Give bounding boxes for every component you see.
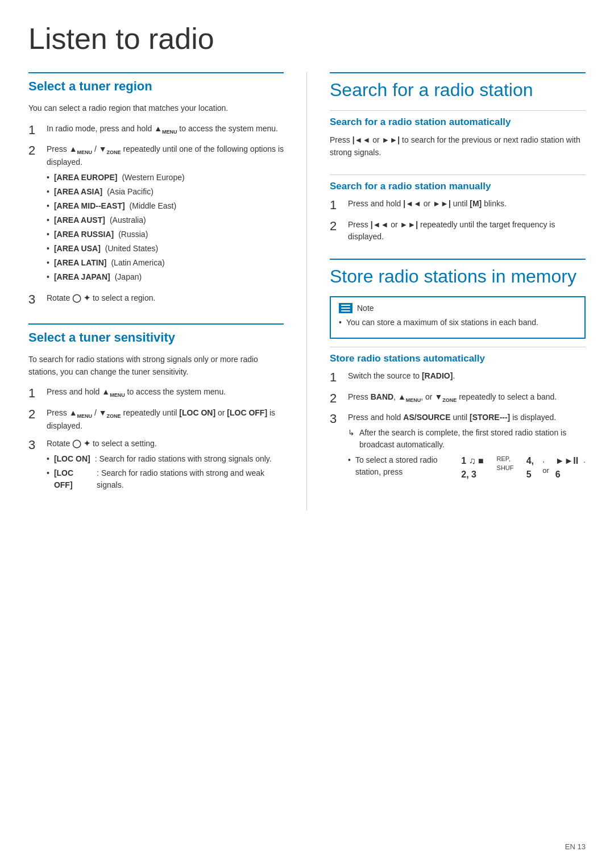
area-russia: [AREA RUSSIA] (Russia) [47,229,284,240]
tuner-sensitivity-heading: Select a tuner sensitivity [28,323,284,345]
auto-step-3-content: Press and hold AS/SOURCE until [STORE---… [348,412,586,485]
page-wrapper: Listen to radio Select a tuner region Yo… [28,23,586,510]
chapter-title: Listen to radio [28,23,586,55]
sens-num-3: 3 [28,438,41,452]
m-blink: [M] [470,199,482,208]
auto-store-steps: 1 Switch the source to [RADIO]. 2 Press … [330,370,586,485]
note-line-2 [341,308,350,309]
area-options-list: [AREA EUROPE] (Western Europe) [AREA ASI… [47,172,284,283]
search-auto-subsection: Search for a radio station automatically… [330,110,586,159]
search-auto-subheading: Search for a radio station automatically [330,110,586,128]
step-num-1: 1 [28,123,41,138]
loc-on-item: [LOC ON]: Search for radio stations with… [47,453,284,465]
sens-menu-sym: ▲MENU [102,387,125,396]
store-stations-heading: Store radio stations in memory [330,259,586,287]
or-label: , or [542,454,550,476]
manual-step-1: 1 Press and hold |◄◄ or ►►| until [M] bl… [330,198,586,213]
auto-num-2: 2 [330,391,342,406]
auto-store-subsection: Store radio stations automatically 1 Swi… [330,347,586,485]
left-column: Select a tuner region You can select a r… [28,72,307,510]
area-mid-east: [AREA MID--EAST] (Middle East) [47,200,284,212]
select-tuner-sensitivity-section: Select a tuner sensitivity To search for… [28,323,284,495]
menu-sym2: ▲MENU [69,144,92,153]
auto-zone-sym: ▼ZONE [434,392,457,401]
manual-prev2: |◄◄ [371,220,389,229]
sens-rotate-sym: ◯ ✦ [72,439,90,448]
note-line-3 [341,310,350,312]
manual-step-2: 2 Press |◄◄ or ►►| repeatedly until the … [330,219,586,243]
note-label: Note [357,304,374,313]
footer-text: EN 13 [565,842,586,851]
manual-next2: ►►| [400,220,418,229]
step-1: 1 In radio mode, press and hold ▲MENU to… [28,123,284,138]
note-content: You can store a maximum of six stations … [339,317,576,329]
search-auto-text: Press |◄◄ or ►►| to search for the previ… [330,134,586,159]
button-sequence: 1 ♫ ■ 2, 3 [461,454,492,481]
auto-step-2-content: Press BAND, ▲MENU, or ▼ZONE repeatedly t… [348,391,586,404]
prev-sym: |◄◄ [352,135,371,144]
sens-zone-sym: ▼ZONE [99,408,121,417]
auto-num-3: 3 [330,412,342,426]
sens-step-3: 3 Rotate ◯ ✦ to select a setting. [LOC O… [28,438,284,495]
store-bullet-item: To select a stored radio station, press … [348,454,586,481]
area-usa: [AREA USA] (United States) [47,243,284,255]
right-column: Search for a radio station Search for a … [307,72,586,510]
area-japan: [AREA JAPAN] (Japan) [47,271,284,283]
loc-off: [LOC OFF] [227,408,267,417]
note-box: Note You can store a maximum of six stat… [330,296,586,339]
area-latin: [AREA LATIN] (Latin America) [47,257,284,269]
button-last: ►►II 6 [555,454,579,481]
rotate-symbol: ◯ ✦ [72,293,90,302]
sens-step-1: 1 Press and hold ▲MENU to access the sys… [28,386,284,401]
loc-on: [LOC ON] [179,408,215,417]
menu-symbol: ▲MENU [154,124,177,133]
radio-label: [RADIO] [422,371,453,380]
auto-store-step-1: 1 Switch the source to [RADIO]. [330,370,586,385]
note-header: Note [339,303,576,313]
auto-num-1: 1 [330,370,342,385]
tuner-region-heading: Select a tuner region [28,72,284,94]
search-manual-subsection: Search for a radio station manually 1 Pr… [330,175,586,242]
auto-menu-sym: ▲MENU [398,392,421,401]
sens-num-1: 1 [28,386,41,401]
auto-store-subheading: Store radio stations automatically [330,347,586,364]
sens-step-2-content: Press ▲MENU / ▼ZONE repeatedly until [LO… [47,407,284,432]
manual-steps: 1 Press and hold |◄◄ or ►►| until [M] bl… [330,198,586,242]
sens-step-3-content: Rotate ◯ ✦ to select a setting. [LOC ON]… [47,438,284,495]
zone-sym: ▼ZONE [99,144,121,153]
as-source: AS/SOURCE [403,413,450,422]
search-manual-subheading: Search for a radio station manually [330,175,586,192]
step-num-2: 2 [28,143,41,158]
note-bullet-item: You can store a maximum of six stations … [339,317,576,329]
step-1-content: In radio mode, press and hold ▲MENU to a… [47,123,284,136]
manual-step-1-content: Press and hold |◄◄ or ►►| until [M] blin… [348,198,586,210]
two-column-layout: Select a tuner region You can select a r… [28,72,586,510]
area-europe: [AREA EUROPE] (Western Europe) [47,172,284,184]
manual-prev: |◄◄ [403,199,421,208]
note-line-1 [341,305,350,306]
store-stations-section: Store radio stations in memory Note Yo [330,259,586,485]
arrow-note: After the search is complete, the first … [348,427,586,451]
step-3-content: Rotate ◯ ✦ to select a region. [47,292,284,304]
manual-step-2-content: Press |◄◄ or ►►| repeatedly until the ta… [348,219,586,243]
loc-options-list: [LOC ON]: Search for radio stations with… [47,453,284,491]
auto-store-step-2: 2 Press BAND, ▲MENU, or ▼ZONE repeatedly… [330,391,586,406]
next-sym: ►►| [382,135,400,144]
band-label: BAND [371,392,393,401]
auto-step-1-content: Switch the source to [RADIO]. [348,370,586,382]
loc-off-item: [LOC OFF]: Search for radio stations wit… [47,467,284,491]
manual-num-2: 2 [330,219,342,234]
select-tuner-region-section: Select a tuner region You can select a r… [28,72,284,307]
sens-menu-sym2: ▲MENU [69,408,92,417]
rep-shuf-label: REP, SHUF [497,454,522,473]
manual-num-1: 1 [330,198,342,213]
store-bullet-list: To select a stored radio station, press … [348,454,586,481]
search-station-heading: Search for a radio station [330,72,586,101]
search-station-section: Search for a radio station Search for a … [330,72,586,243]
sens-step-2: 2 Press ▲MENU / ▼ZONE repeatedly until [… [28,407,284,432]
auto-store-step-3: 3 Press and hold AS/SOURCE until [STORE-… [330,412,586,485]
page-footer: EN 13 [565,842,586,851]
arrow-note-text: After the search is complete, the first … [359,427,586,451]
sens-num-2: 2 [28,407,41,422]
area-asia: [AREA ASIA] (Asia Pacific) [47,186,284,198]
